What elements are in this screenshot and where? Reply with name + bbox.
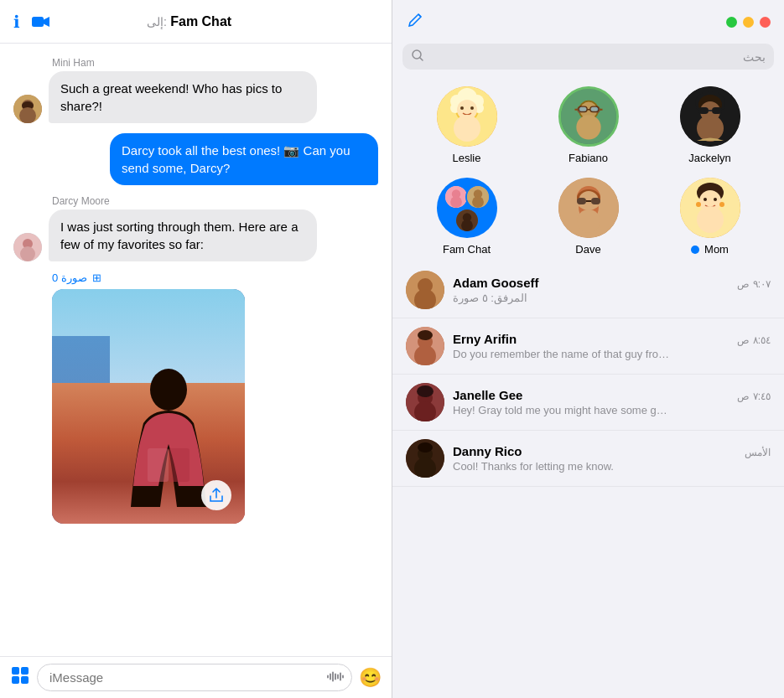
svg-point-63 <box>472 196 484 208</box>
mom-name: Mom <box>704 243 729 256</box>
message-row-3: I was just sorting through them. Here ar… <box>13 209 378 261</box>
pinned-contacts-row1: Leslie <box>392 80 784 178</box>
conversation-header: ℹ إلى: Fam Chat <box>0 0 392 44</box>
message-group-1: Mini Ham Such a great weekend! Who has p… <box>13 57 378 123</box>
adam-avatar <box>406 271 444 309</box>
sender-name-darcy: Darcy Moore <box>52 195 378 207</box>
erny-avatar <box>406 327 444 365</box>
input-wrapper <box>37 664 352 691</box>
minimize-button[interactable] <box>743 17 754 28</box>
video-call-icon[interactable] <box>32 15 50 28</box>
grid-icon[interactable]: ⊞ <box>92 271 101 284</box>
bubble-2: Darcy took all the best ones! 📷 Can you … <box>110 133 378 185</box>
svg-point-80 <box>697 206 724 233</box>
bubble-1: Such a great weekend! Who has pics to sh… <box>49 71 317 123</box>
famchat-name: Fam Chat <box>443 243 491 256</box>
danny-header-row: Danny Rico الأمس <box>453 444 771 458</box>
svg-rect-18 <box>335 673 336 680</box>
contacts-header <box>392 0 784 44</box>
svg-point-49 <box>576 115 600 139</box>
pinned-contacts-row2: Fam Chat <box>392 178 784 262</box>
svg-point-81 <box>696 202 701 207</box>
svg-point-78 <box>704 198 707 201</box>
adam-header-row: Adam Gooseff ٩:٠٧ ص <box>453 276 771 290</box>
header-left-icons: ℹ <box>13 12 50 32</box>
svg-point-74 <box>577 209 600 233</box>
svg-point-96 <box>418 442 433 452</box>
contact-item-danny[interactable]: Danny Rico الأمس Cool! Thanks for lettin… <box>392 431 784 487</box>
svg-rect-0 <box>32 17 44 27</box>
mom-label: Mom <box>691 243 729 256</box>
apps-icon[interactable] <box>10 665 30 690</box>
danny-preview: Cool! Thanks for letting me know. <box>453 460 671 473</box>
danny-info: Danny Rico الأمس Cool! Thanks for lettin… <box>453 444 771 473</box>
svg-point-57 <box>697 115 724 142</box>
pinned-famchat[interactable]: Fam Chat <box>425 178 509 256</box>
jackelyn-name: Jackelyn <box>688 152 731 164</box>
svg-rect-71 <box>577 198 586 204</box>
sender-name-mini: Mini Ham <box>52 57 378 69</box>
svg-rect-19 <box>337 674 339 679</box>
svg-rect-10 <box>169 448 190 482</box>
erny-header-row: Erny Arifin ٨:٥٤ ص <box>453 332 771 346</box>
svg-point-66 <box>461 220 473 231</box>
svg-point-7 <box>20 246 35 261</box>
pinned-jackelyn[interactable]: Jackelyn <box>668 86 752 164</box>
mom-online-dot <box>691 246 699 254</box>
share-button[interactable] <box>201 480 231 510</box>
messages-area: Mini Ham Such a great weekend! Who has p… <box>0 44 392 656</box>
janelle-avatar <box>406 383 444 421</box>
contact-item-adam[interactable]: Adam Gooseff ٩:٠٧ ص المرفق: ٥ صورة <box>392 262 784 318</box>
group-mini-avatar-3 <box>454 208 480 233</box>
adam-preview: المرفق: ٥ صورة <box>453 292 671 304</box>
search-input[interactable] <box>429 50 766 64</box>
message-text-input[interactable] <box>37 664 352 691</box>
jackelyn-avatar <box>680 86 740 147</box>
leslie-name: Leslie <box>453 152 481 164</box>
photo-label[interactable]: 0 صورة ⊞ <box>52 271 378 284</box>
info-icon[interactable]: ℹ <box>13 12 20 32</box>
close-button[interactable] <box>760 17 771 28</box>
svg-rect-72 <box>591 198 600 204</box>
erny-info: Erny Arifin ٨:٥٤ ص Do you remember the n… <box>453 332 771 360</box>
leslie-avatar <box>437 86 497 147</box>
contact-item-erny[interactable]: Erny Arifin ٨:٥٤ ص Do you remember the n… <box>392 318 784 375</box>
erny-name: Erny Arifin <box>453 332 517 346</box>
conversation-name: Fam Chat <box>170 14 231 28</box>
dave-name: Dave <box>575 243 600 256</box>
danny-name: Danny Rico <box>453 444 522 458</box>
svg-rect-54 <box>698 107 709 114</box>
avatar-darcy <box>13 233 42 261</box>
message-group-3: Darcy Moore I was just sorting through t… <box>13 195 378 261</box>
svg-rect-17 <box>332 671 334 681</box>
svg-rect-55 <box>712 107 722 114</box>
contact-list: Adam Gooseff ٩:٠٧ ص المرفق: ٥ صورة Er <box>392 262 784 698</box>
adam-time: ٩:٠٧ ص <box>737 278 771 290</box>
pinned-mom[interactable]: Mom <box>668 178 752 256</box>
pinned-fabiano[interactable]: Fabiano <box>547 86 631 164</box>
mom-avatar <box>680 178 740 238</box>
message-row-1: Such a great weekend! Who has pics to sh… <box>13 71 378 123</box>
message-input-bar: 😊 <box>0 656 392 698</box>
conversation-panel: ℹ إلى: Fam Chat Mini Ham <box>0 0 392 698</box>
pinned-leslie[interactable]: Leslie <box>425 86 509 164</box>
janelle-name: Janelle Gee <box>453 388 522 402</box>
maximize-button[interactable] <box>726 17 737 28</box>
svg-rect-16 <box>330 673 331 680</box>
group-mini-avatar-2 <box>465 184 491 209</box>
svg-point-60 <box>450 196 462 208</box>
photo-section: 0 صورة ⊞ <box>52 271 378 527</box>
compose-button[interactable] <box>406 11 424 34</box>
search-bar[interactable] <box>402 44 774 70</box>
janelle-time: ٧:٤٥ ص <box>737 390 771 402</box>
emoji-icon[interactable]: 😊 <box>359 667 382 689</box>
contact-item-janelle[interactable]: Janelle Gee ٧:٤٥ ص Hey! Gray told me you… <box>392 375 784 431</box>
svg-point-32 <box>470 106 474 110</box>
fabiano-avatar <box>558 86 619 147</box>
famchat-avatar <box>437 178 497 238</box>
title-prefix: إلى: <box>147 15 167 28</box>
photo-container[interactable] <box>52 289 245 524</box>
pinned-dave[interactable]: Dave <box>547 178 631 256</box>
erny-preview: Do you remember the name of that guy fro… <box>453 348 671 360</box>
svg-rect-9 <box>148 448 169 482</box>
